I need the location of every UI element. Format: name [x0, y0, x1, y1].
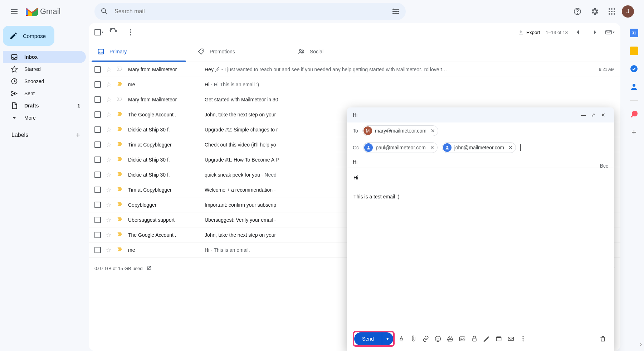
star-button[interactable]: ☆	[106, 201, 112, 209]
row-checkbox[interactable]	[94, 126, 101, 133]
row-checkbox[interactable]	[94, 141, 101, 148]
importance-marker[interactable]	[117, 186, 123, 193]
refresh-button[interactable]	[106, 25, 121, 39]
to-field[interactable]: To M mary@mailmeteor.com ✕	[347, 122, 614, 139]
recipient-chip[interactable]: paul@mailmeteor.com ✕	[363, 142, 438, 153]
email-row[interactable]: ☆ Mary from Mailmeteor Hey 🖊 - I just wa…	[89, 62, 620, 77]
sidebar-item-more[interactable]: More	[3, 112, 86, 124]
importance-marker[interactable]	[117, 156, 123, 163]
star-button[interactable]: ☆	[106, 186, 112, 194]
account-avatar[interactable]: J	[622, 5, 634, 18]
importance-marker[interactable]	[117, 126, 123, 133]
sidebar-item-sent[interactable]: Sent	[3, 87, 86, 100]
next-page-button[interactable]	[588, 25, 602, 39]
importance-marker[interactable]	[117, 216, 123, 223]
send-options-button[interactable]: ▼	[382, 332, 393, 345]
subject-field[interactable]: Hi	[347, 156, 614, 168]
cc-field[interactable]: Cc paul@mailmeteor.com ✕ john@mailmeteor…	[347, 139, 614, 156]
format-button[interactable]	[396, 333, 407, 344]
importance-marker[interactable]	[117, 111, 123, 118]
row-checkbox[interactable]	[94, 96, 101, 103]
attach-button[interactable]	[408, 333, 419, 344]
get-addons-button[interactable]: +	[630, 128, 638, 136]
side-panel-expand[interactable]: ›	[640, 341, 642, 347]
sidebar-item-snoozed[interactable]: Snoozed	[3, 75, 86, 87]
star-button[interactable]: ☆	[106, 96, 112, 104]
compose-body[interactable]: Hi This is a test email :)	[347, 168, 614, 327]
row-checkbox[interactable]	[94, 217, 101, 223]
close-button[interactable]: ✕	[598, 112, 608, 118]
importance-marker[interactable]	[117, 246, 123, 254]
search-bar[interactable]	[94, 3, 406, 20]
send-button[interactable]: Send	[354, 332, 382, 345]
row-checkbox[interactable]	[94, 187, 101, 193]
row-checkbox[interactable]	[94, 66, 101, 73]
importance-marker[interactable]	[117, 171, 123, 178]
mailmeteor-addon[interactable]	[630, 110, 638, 119]
tab-primary[interactable]: Primary	[89, 42, 189, 62]
tab-social[interactable]: Social	[289, 42, 389, 62]
importance-marker[interactable]	[117, 201, 123, 208]
recipient-chip[interactable]: john@mailmeteor.com ✕	[442, 142, 516, 153]
add-label-button[interactable]: +	[75, 130, 80, 140]
importance-marker[interactable]	[117, 231, 123, 239]
sidebar-item-drafts[interactable]: Drafts 1	[3, 100, 86, 112]
export-button[interactable]: Export	[515, 25, 543, 39]
main-menu-button[interactable]	[6, 3, 23, 20]
drive-button[interactable]	[445, 333, 455, 344]
more-tools-button[interactable]	[518, 333, 528, 344]
remove-chip-button[interactable]: ✕	[429, 128, 435, 134]
star-button[interactable]: ☆	[106, 126, 112, 134]
minimize-button[interactable]: —	[578, 112, 588, 118]
select-all[interactable]: ▾	[94, 29, 103, 35]
link-button[interactable]	[420, 333, 431, 344]
settings-button[interactable]	[587, 4, 602, 19]
discard-button[interactable]	[597, 333, 608, 344]
remove-chip-button[interactable]: ✕	[507, 145, 513, 150]
row-checkbox[interactable]	[94, 172, 101, 178]
contacts-addon[interactable]	[630, 82, 638, 91]
fullscreen-button[interactable]: ⤢	[588, 112, 598, 118]
recipient-chip[interactable]: M mary@mailmeteor.com ✕	[362, 125, 438, 136]
sidebar-item-inbox[interactable]: Inbox	[3, 51, 86, 63]
search-options-button[interactable]	[389, 4, 403, 19]
row-checkbox[interactable]	[94, 202, 101, 208]
star-button[interactable]: ☆	[106, 246, 112, 254]
more-button[interactable]	[123, 25, 138, 39]
remove-chip-button[interactable]: ✕	[429, 145, 434, 150]
row-checkbox[interactable]	[94, 157, 101, 163]
star-button[interactable]: ☆	[106, 81, 112, 88]
sidebar-item-starred[interactable]: Starred	[3, 63, 86, 75]
image-button[interactable]	[457, 333, 468, 344]
confidential-button[interactable]	[469, 333, 480, 344]
importance-marker[interactable]	[117, 66, 123, 73]
row-checkbox[interactable]	[94, 232, 101, 238]
star-button[interactable]: ☆	[106, 216, 112, 224]
search-input[interactable]	[112, 8, 389, 15]
row-checkbox[interactable]	[94, 247, 101, 253]
row-checkbox[interactable]	[94, 81, 101, 88]
compose-header[interactable]: Hi — ⤢ ✕	[347, 107, 614, 122]
importance-marker[interactable]	[117, 81, 123, 88]
compose-button[interactable]: Compose	[3, 26, 54, 46]
tasks-addon[interactable]	[630, 64, 638, 73]
mailmeteor-tool1[interactable]	[493, 333, 504, 344]
star-button[interactable]: ☆	[106, 231, 112, 239]
importance-marker[interactable]	[117, 96, 123, 103]
emoji-button[interactable]	[433, 333, 443, 344]
apps-button[interactable]	[605, 4, 619, 19]
email-row[interactable]: ☆ Mary from Mailmeteor Get started with …	[89, 92, 620, 107]
star-button[interactable]: ☆	[106, 171, 112, 179]
calendar-addon[interactable]: 31	[630, 29, 638, 37]
signature-button[interactable]	[481, 333, 492, 344]
search-button[interactable]	[97, 4, 112, 19]
open-in-new-icon[interactable]	[146, 265, 152, 271]
star-button[interactable]: ☆	[106, 156, 112, 164]
prev-page-button[interactable]	[571, 25, 585, 39]
star-button[interactable]: ☆	[106, 66, 112, 73]
keep-addon[interactable]	[630, 47, 638, 55]
input-tools-button[interactable]: ▾	[605, 25, 615, 39]
row-checkbox[interactable]	[94, 111, 101, 118]
gmail-logo[interactable]: Gmail	[26, 7, 60, 16]
help-button[interactable]	[570, 4, 585, 19]
